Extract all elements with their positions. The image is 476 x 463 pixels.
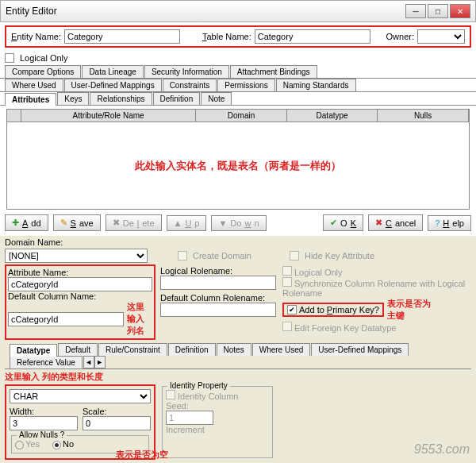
annotation-datatype: 这里输入 列的类型和长度 bbox=[5, 369, 471, 384]
tab-data-lineage[interactable]: Data Lineage bbox=[82, 65, 144, 78]
tabs-datatype-row: Datatype Default Rule/Constraint Definit… bbox=[5, 343, 471, 369]
close-button[interactable]: ✕ bbox=[450, 4, 470, 18]
width-label: Width: bbox=[10, 407, 78, 416]
domain-name-select[interactable]: [NONE] bbox=[5, 249, 148, 263]
tabs-scroll-left[interactable]: ◄ bbox=[83, 356, 94, 368]
logical-only-label: Logical Only bbox=[20, 53, 68, 63]
col-domain: Domain bbox=[196, 110, 287, 122]
tab-rule-constraint[interactable]: Rule/Constraint bbox=[98, 343, 167, 356]
maximize-button[interactable]: □ bbox=[428, 4, 448, 18]
save-button[interactable]: ✎Save bbox=[53, 214, 101, 231]
table-name-input[interactable] bbox=[255, 29, 370, 44]
default-column-name-label: Default Column Name: bbox=[8, 291, 152, 301]
entity-name-input[interactable] bbox=[64, 29, 180, 44]
logical-rolename-label: Logical Rolename: bbox=[160, 266, 276, 276]
identity-column-checkbox bbox=[166, 390, 175, 399]
tabs-row1: Compare Options Data Lineage Security In… bbox=[0, 65, 476, 79]
sync-rolename-checkbox bbox=[282, 277, 292, 287]
tab-note[interactable]: Note bbox=[201, 92, 232, 105]
edit-fk-label: Edit Foreign Key Datatype bbox=[294, 323, 396, 333]
add-to-pk-checkbox[interactable]: ✔ bbox=[287, 305, 297, 314]
tab-constraints[interactable]: Constraints bbox=[163, 79, 217, 91]
tab-default[interactable]: Default bbox=[58, 343, 98, 356]
create-domain-label: Create Domain bbox=[193, 251, 251, 260]
attribute-name-label: Attribute Name: bbox=[8, 268, 152, 277]
tab-definition2[interactable]: Definition bbox=[168, 343, 216, 356]
tabs-row2: Where Used User-Defined Mappings Constra… bbox=[0, 79, 476, 92]
annotation-column-name: 这里输入列名 bbox=[127, 301, 152, 337]
ok-button[interactable]: ✔OK bbox=[323, 214, 363, 231]
increment-label: Increment bbox=[166, 425, 269, 434]
cancel-button[interactable]: ✖Cancel bbox=[368, 214, 423, 231]
sync-rolename-label: Synchronize Column Rolename with Logical… bbox=[282, 279, 465, 298]
identity-property-label: Identity Property bbox=[167, 381, 230, 390]
create-domain-checkbox bbox=[178, 251, 187, 260]
col-nulls: Nulls bbox=[378, 110, 469, 122]
tabs-row3: Attributes Keys Relationships Definition… bbox=[0, 92, 476, 106]
seed-input bbox=[166, 411, 213, 425]
add-button[interactable]: ✚AAdddd bbox=[5, 214, 48, 231]
seed-label: Seed: bbox=[166, 401, 269, 411]
width-input[interactable] bbox=[10, 416, 78, 430]
delete-button[interactable]: ✖Delete bbox=[106, 214, 162, 231]
hide-key-label: Hide Key Attribute bbox=[305, 251, 374, 260]
tab-udm2[interactable]: User-Defined Mappings bbox=[311, 343, 409, 356]
tab-where-used[interactable]: Where Used bbox=[5, 79, 63, 91]
hide-key-checkbox bbox=[290, 251, 299, 260]
tab-compare-options[interactable]: Compare Options bbox=[5, 65, 81, 78]
tab-where-used2[interactable]: Where Used bbox=[252, 343, 311, 356]
datatype-select[interactable]: CHAR bbox=[10, 389, 151, 403]
watermark: 9553.com bbox=[414, 442, 470, 457]
allow-nulls-label: Allow Nulls ? bbox=[17, 430, 67, 439]
tab-ref-value[interactable]: Reference Value bbox=[10, 356, 83, 368]
yes-label: Yes bbox=[25, 439, 40, 449]
attribute-name-input[interactable] bbox=[8, 277, 152, 291]
allow-nulls-no-radio[interactable] bbox=[52, 441, 61, 449]
owner-label: Owner: bbox=[386, 32, 414, 41]
tab-relationships[interactable]: Relationships bbox=[90, 92, 152, 105]
down-button[interactable]: ▼Down bbox=[211, 215, 266, 231]
window-title: Entity Editor bbox=[6, 6, 57, 17]
logical-only-attr-checkbox bbox=[282, 266, 292, 276]
identity-column-label: Identity Column bbox=[178, 392, 238, 401]
attribute-grid-header: Attribute/Role Name Domain Datatype Null… bbox=[6, 109, 470, 122]
table-name-label: Table Name: bbox=[202, 32, 251, 41]
domain-name-label: Domain Name: bbox=[5, 237, 471, 247]
annotation-pk: 表示是否为主键 bbox=[387, 298, 431, 322]
tabs-scroll-right[interactable]: ► bbox=[94, 356, 106, 368]
tab-datatype[interactable]: Datatype bbox=[10, 344, 57, 357]
tab-attachment-bindings[interactable]: Attachment Bindings bbox=[230, 65, 317, 78]
entity-name-label: EEntity Name:ntity Name: bbox=[11, 32, 61, 41]
owner-select[interactable] bbox=[417, 29, 465, 44]
col-datatype: Datatype bbox=[287, 110, 378, 122]
tab-attributes[interactable]: Attributes bbox=[5, 93, 56, 106]
add-to-pk-label: Add to Primary Key? bbox=[299, 305, 379, 314]
edit-fk-checkbox bbox=[282, 322, 292, 331]
default-column-rolename-input[interactable] bbox=[160, 303, 276, 317]
tab-permissions[interactable]: Permissions bbox=[217, 79, 274, 91]
tab-keys[interactable]: Keys bbox=[57, 92, 89, 105]
tab-naming-standards[interactable]: Naming Standards bbox=[276, 79, 356, 91]
up-button[interactable]: ▲Up bbox=[167, 215, 207, 231]
tab-security-info[interactable]: Security Information bbox=[144, 65, 229, 78]
allow-nulls-yes-radio[interactable] bbox=[15, 441, 24, 449]
scale-label: Scale: bbox=[83, 407, 151, 416]
scale-input[interactable] bbox=[83, 416, 151, 430]
default-column-rolename-label: Default Column Rolename: bbox=[160, 293, 276, 303]
help-button[interactable]: ?Help bbox=[428, 215, 471, 231]
no-label: No bbox=[63, 439, 74, 449]
logical-only-checkbox[interactable] bbox=[5, 53, 14, 63]
tab-definition[interactable]: Definition bbox=[153, 92, 201, 105]
tab-user-defined-mappings[interactable]: User-Defined Mappings bbox=[64, 79, 162, 91]
logical-only-attr-label: Logical Only bbox=[294, 268, 343, 277]
col-attribute-role: Attribute/Role Name bbox=[21, 110, 196, 122]
annotation-entity-name: 此处输入实体名，既是表名（两者是一样的） bbox=[135, 159, 341, 173]
attribute-grid-body[interactable]: 此处输入实体名，既是表名（两者是一样的） bbox=[6, 122, 470, 210]
minimize-button[interactable]: ─ bbox=[405, 4, 426, 18]
default-column-name-input[interactable] bbox=[8, 312, 124, 326]
tab-notes[interactable]: Notes bbox=[217, 343, 251, 356]
logical-rolename-input[interactable] bbox=[160, 276, 276, 290]
